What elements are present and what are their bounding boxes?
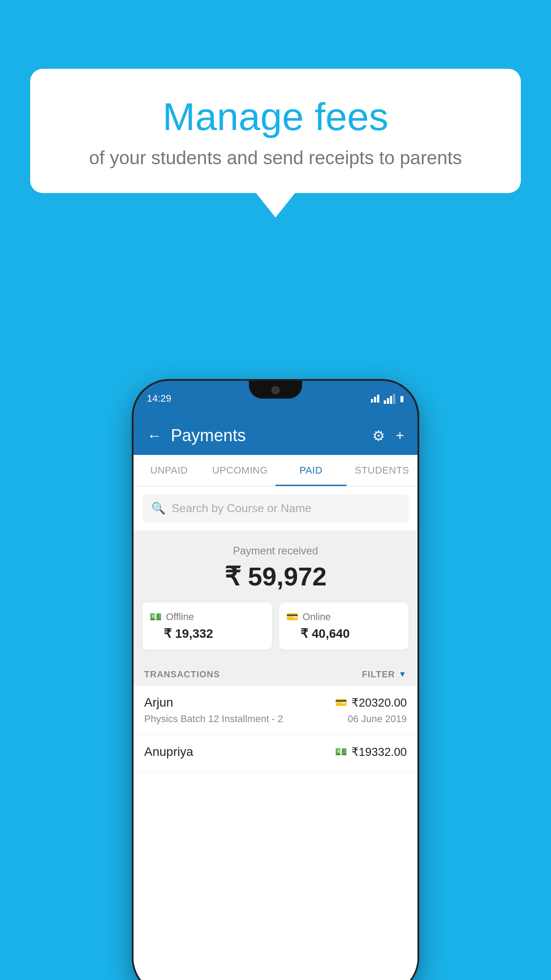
offline-amount: ₹ 19,332 xyxy=(150,626,265,641)
back-button[interactable]: ← xyxy=(147,427,162,444)
card-icon: 💳 xyxy=(286,611,298,623)
speech-bubble: Manage fees of your students and send re… xyxy=(30,69,521,193)
cash-payment-icon: 💵 xyxy=(335,746,347,758)
search-placeholder-text: Search by Course or Name xyxy=(172,502,311,515)
transaction-name: Anupriya xyxy=(144,745,193,759)
notch xyxy=(249,381,302,399)
offline-label: Offline xyxy=(166,611,194,623)
card-payment-icon: 💳 xyxy=(335,697,347,708)
transaction-name: Arjun xyxy=(144,695,173,710)
transaction-list: Arjun 💳 ₹20320.00 Physics Batch 12 Insta… xyxy=(134,686,417,980)
table-row[interactable]: Arjun 💳 ₹20320.00 Physics Batch 12 Insta… xyxy=(134,686,417,735)
transaction-amount: ₹19332.00 xyxy=(351,745,407,759)
offline-payment-card: 💵 Offline ₹ 19,332 xyxy=(142,602,272,650)
payment-received-label: Payment received xyxy=(142,545,409,557)
speech-bubble-title: Manage fees xyxy=(57,95,494,138)
wifi-icon xyxy=(371,395,379,403)
transactions-section-label: TRANSACTIONS xyxy=(144,669,220,680)
tab-paid[interactable]: PAID xyxy=(276,455,346,486)
online-amount: ₹ 40,640 xyxy=(286,626,401,641)
transactions-header: TRANSACTIONS FILTER ▼ xyxy=(134,660,417,686)
filter-label: FILTER xyxy=(362,669,395,680)
payment-total-amount: ₹ 59,972 xyxy=(142,561,409,592)
page-title: Payments xyxy=(171,426,372,445)
speech-bubble-container: Manage fees of your students and send re… xyxy=(30,69,521,217)
tabs-bar: UNPAID UPCOMING PAID STUDENTS xyxy=(134,455,417,486)
filter-button[interactable]: FILTER ▼ xyxy=(362,669,407,680)
payment-cards: 💵 Offline ₹ 19,332 💳 Online ₹ 40,640 xyxy=(142,602,409,650)
battery-icon: ▮ xyxy=(400,394,404,403)
phone-frame: 14:29 ▮ ← Payments ⚙ + UNPAID xyxy=(134,381,417,980)
transaction-description: Physics Batch 12 Installment - 2 xyxy=(144,713,283,725)
transaction-amount-wrap: 💵 ₹19332.00 xyxy=(335,745,407,759)
payment-summary: Payment received ₹ 59,972 💵 Offline ₹ 19… xyxy=(134,530,417,660)
status-icons: ▮ xyxy=(371,394,404,404)
filter-icon: ▼ xyxy=(398,670,407,679)
search-icon: 🔍 xyxy=(151,502,165,515)
speech-bubble-subtitle: of your students and send receipts to pa… xyxy=(57,147,494,169)
camera xyxy=(272,386,279,394)
transaction-row1: Anupriya 💵 ₹19332.00 xyxy=(144,745,407,759)
add-icon[interactable]: + xyxy=(396,427,404,444)
cash-icon: 💵 xyxy=(150,611,161,623)
transaction-date: 06 June 2019 xyxy=(348,713,407,725)
online-card-header: 💳 Online xyxy=(286,611,401,623)
status-time: 14:29 xyxy=(147,393,171,404)
speech-bubble-arrow xyxy=(256,193,295,217)
search-bar[interactable]: 🔍 Search by Course or Name xyxy=(142,494,409,522)
online-payment-card: 💳 Online ₹ 40,640 xyxy=(279,602,409,650)
tab-upcoming[interactable]: UPCOMING xyxy=(205,455,276,486)
header-actions: ⚙ + xyxy=(372,427,404,444)
transaction-amount: ₹20320.00 xyxy=(351,696,407,710)
online-label: Online xyxy=(303,611,331,623)
transaction-row2: Physics Batch 12 Installment - 2 06 June… xyxy=(144,713,407,725)
signal-icon xyxy=(384,394,395,404)
tab-unpaid[interactable]: UNPAID xyxy=(134,455,205,486)
app-header: ← Payments ⚙ + xyxy=(134,416,417,455)
status-bar: 14:29 ▮ xyxy=(134,381,417,416)
phone-content: 🔍 Search by Course or Name Payment recei… xyxy=(134,486,417,980)
settings-icon[interactable]: ⚙ xyxy=(372,427,385,444)
search-container: 🔍 Search by Course or Name xyxy=(134,486,417,530)
tab-students[interactable]: STUDENTS xyxy=(346,455,417,486)
table-row[interactable]: Anupriya 💵 ₹19332.00 xyxy=(134,735,417,773)
transaction-row1: Arjun 💳 ₹20320.00 xyxy=(144,695,407,710)
offline-card-header: 💵 Offline xyxy=(150,611,265,623)
transaction-amount-wrap: 💳 ₹20320.00 xyxy=(335,696,407,710)
